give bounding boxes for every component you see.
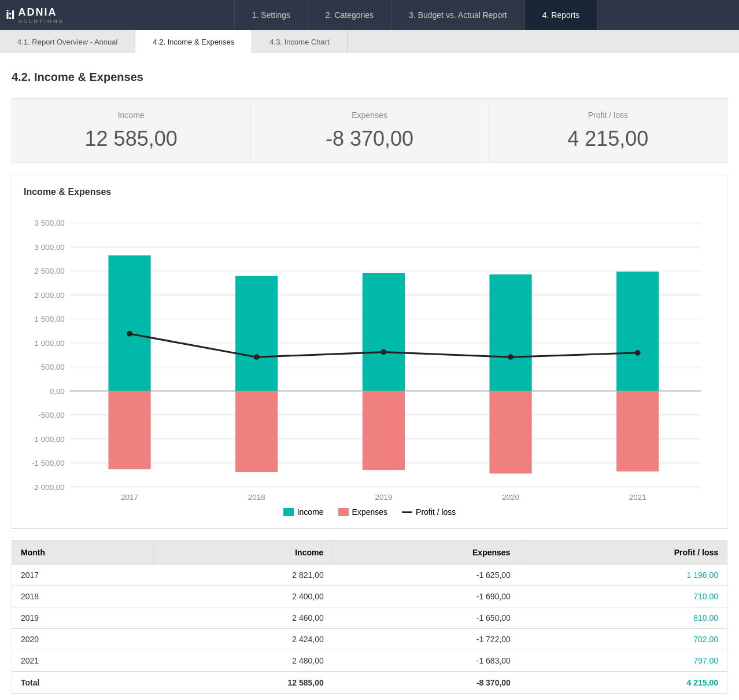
- svg-text:500,00: 500,00: [41, 363, 65, 371]
- svg-text:3 000,00: 3 000,00: [35, 243, 65, 252]
- data-table: Month Income Expenses Profit / loss 2017…: [12, 540, 727, 694]
- logo: i:I ADNIA SOLUTIONS: [6, 6, 98, 24]
- bar-2019-income: [363, 273, 405, 391]
- bar-2018-income: [235, 276, 278, 391]
- table-row: 2021 2 480,00 -1 683,00 797,00: [12, 650, 727, 672]
- col-income: Income: [153, 540, 332, 564]
- table-row: 2017 2 821,00 -1 625,00 1 196,00: [12, 564, 727, 585]
- svg-text:2019: 2019: [375, 493, 392, 502]
- page-title: 4.2. Income & Expenses: [12, 71, 727, 84]
- svg-text:-2 000,00: -2 000,00: [32, 483, 65, 492]
- subnav-income-expenses[interactable]: 4.2. Income & Expenses: [135, 30, 252, 53]
- nav-settings[interactable]: 1. Settings: [234, 0, 308, 30]
- row-2021-profit: 797,00: [519, 650, 727, 672]
- bar-2021-income: [616, 271, 659, 390]
- income-value: 12 585,00: [27, 127, 235, 151]
- logo-name: ADNIA: [19, 6, 64, 19]
- row-2019-profit: 810,00: [519, 607, 727, 628]
- row-2021-expenses: -1 683,00: [332, 650, 519, 672]
- expenses-label: Expenses: [265, 110, 474, 120]
- chart-container: Income & Expenses 3 500,00 3 000,00 2 50…: [12, 175, 727, 529]
- nav-budget[interactable]: 3. Budget vs. Actual Report: [391, 0, 525, 30]
- row-2018-profit: 710,00: [519, 585, 727, 607]
- row-2020-expenses: -1 722,00: [332, 628, 519, 650]
- svg-text:2020: 2020: [502, 493, 519, 502]
- row-2017-month: 2017: [12, 564, 154, 585]
- nav-items: 1. Settings 2. Categories 3. Budget vs. …: [98, 0, 733, 30]
- nav-reports[interactable]: 4. Reports: [525, 0, 598, 30]
- table-row: 2018 2 400,00 -1 690,00 710,00: [12, 585, 727, 607]
- summary-cards: Income 12 585,00 Expenses -8 370,00 Prof…: [12, 98, 727, 163]
- chart-area: 3 500,00 3 000,00 2 500,00 2 000,00 1 50…: [24, 206, 715, 504]
- chart-legend: Income Expenses Profit / loss: [24, 507, 715, 517]
- row-2017-expenses: -1 625,00: [332, 564, 519, 585]
- profit-card: Profit / loss 4 215,00: [489, 99, 727, 163]
- svg-text:2021: 2021: [629, 493, 646, 502]
- svg-text:1 500,00: 1 500,00: [35, 315, 65, 323]
- logo-icon: i:I: [6, 8, 14, 23]
- profit-value: 4 215,00: [504, 127, 712, 151]
- table-row: 2019 2 460,00 -1 650,00 810,00: [12, 607, 727, 628]
- profit-dot-2021: [635, 350, 641, 356]
- svg-text:-1 500,00: -1 500,00: [32, 459, 65, 467]
- nav-categories[interactable]: 2. Categories: [308, 0, 391, 30]
- svg-text:2 000,00: 2 000,00: [35, 291, 65, 300]
- total-expenses: -8 370,00: [332, 672, 519, 694]
- table-total-row: Total 12 585,00 -8 370,00 4 215,00: [12, 672, 727, 694]
- row-2020-profit: 702,00: [519, 628, 727, 650]
- total-label: Total: [12, 672, 154, 694]
- col-profit: Profit / loss: [519, 540, 727, 564]
- bar-2020-expense: [489, 391, 531, 474]
- row-2017-income: 2 821,00: [153, 564, 332, 585]
- expenses-card: Expenses -8 370,00: [250, 99, 489, 163]
- legend-profit: Profit / loss: [402, 507, 456, 517]
- profit-dot-2017: [127, 331, 132, 337]
- svg-text:0,00: 0,00: [50, 387, 65, 396]
- legend-income-label: Income: [297, 507, 324, 517]
- row-2017-profit: 1 196,00: [519, 564, 727, 585]
- top-navigation: i:I ADNIA SOLUTIONS 1. Settings 2. Categ…: [0, 0, 739, 30]
- total-income: 12 585,00: [153, 672, 332, 694]
- row-2021-income: 2 480,00: [153, 650, 332, 672]
- row-2020-month: 2020: [12, 628, 154, 650]
- bar-2021-expense: [616, 391, 659, 471]
- svg-text:2 500,00: 2 500,00: [35, 267, 65, 275]
- table-header-row: Month Income Expenses Profit / loss: [12, 540, 727, 564]
- total-profit: 4 215,00: [519, 672, 727, 694]
- svg-text:-500,00: -500,00: [38, 411, 64, 419]
- bar-2020-income: [489, 274, 531, 390]
- legend-income-icon: [283, 508, 294, 516]
- subnav-income-chart[interactable]: 4.3. Income Chart: [252, 30, 347, 53]
- legend-expenses-label: Expenses: [352, 507, 387, 517]
- legend-expenses: Expenses: [338, 507, 387, 517]
- row-2019-expenses: -1 650,00: [332, 607, 519, 628]
- col-expenses: Expenses: [332, 540, 519, 564]
- profit-dot-2020: [508, 354, 513, 360]
- expenses-value: -8 370,00: [265, 127, 474, 151]
- chart-title: Income & Expenses: [24, 187, 715, 197]
- bar-2017-expense: [108, 391, 150, 469]
- income-label: Income: [27, 110, 235, 120]
- legend-profit-label: Profit / loss: [416, 507, 456, 517]
- bar-2018-expense: [235, 391, 278, 472]
- bar-2017-income: [108, 255, 150, 390]
- logo-sub: SOLUTIONS: [19, 19, 64, 24]
- chart-svg: 3 500,00 3 000,00 2 500,00 2 000,00 1 50…: [24, 206, 715, 503]
- bar-2019-expense: [363, 391, 405, 470]
- legend-profit-icon: [402, 511, 412, 513]
- svg-text:2017: 2017: [121, 493, 138, 502]
- row-2019-income: 2 460,00: [153, 607, 332, 628]
- row-2018-expenses: -1 690,00: [332, 585, 519, 607]
- sub-navigation: 4.1. Report Overview - Annual 4.2. Incom…: [0, 30, 739, 53]
- main-content: 4.2. Income & Expenses Income 12 585,00 …: [0, 53, 739, 700]
- table-row: 2020 2 424,00 -1 722,00 702,00: [12, 628, 727, 650]
- legend-income: Income: [283, 507, 324, 517]
- row-2020-income: 2 424,00: [153, 628, 332, 650]
- row-2018-income: 2 400,00: [153, 585, 332, 607]
- subnav-overview[interactable]: 4.1. Report Overview - Annual: [0, 30, 135, 53]
- col-month: Month: [12, 540, 154, 564]
- row-2018-month: 2018: [12, 585, 154, 607]
- income-card: Income 12 585,00: [12, 99, 250, 163]
- profit-dot-2018: [254, 354, 260, 360]
- row-2019-month: 2019: [12, 607, 154, 628]
